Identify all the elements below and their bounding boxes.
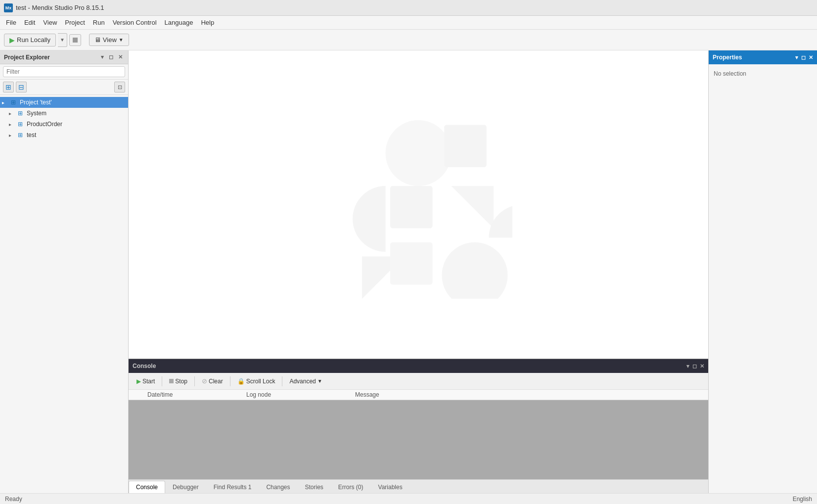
canvas-area xyxy=(129,50,708,359)
plus-icon: ⊞ xyxy=(5,83,11,91)
expand-icon-project: ▸ xyxy=(2,100,9,105)
col-icon-header xyxy=(133,391,147,398)
add-item-button[interactable]: ⊞ xyxy=(3,82,14,92)
productorder-icon: ⊞ xyxy=(16,120,25,129)
tab-console[interactable]: Console xyxy=(129,481,165,493)
props-header-controls: ▾ ◻ ✕ xyxy=(795,54,813,61)
menu-language[interactable]: Language xyxy=(161,17,197,28)
menu-view[interactable]: View xyxy=(39,17,61,28)
filter-input[interactable] xyxy=(3,66,125,77)
props-float-button[interactable]: ◻ xyxy=(801,54,806,61)
expand-icon-productorder: ▸ xyxy=(9,122,16,127)
console-header: Console ▾ ◻ ✕ xyxy=(129,359,708,373)
expand-icon-system: ▸ xyxy=(9,111,16,116)
console-content-area xyxy=(129,400,708,479)
play-icon: ▶ xyxy=(9,36,15,44)
panel-header-controls: ▾ ◻ ✕ xyxy=(99,53,124,61)
no-selection-text: No selection xyxy=(714,70,746,77)
project-explorer-panel: Project Explorer ▾ ◻ ✕ ⊞ ⊟ ⊡ ▸ xyxy=(0,50,129,493)
console-start-button[interactable]: ▶ Start xyxy=(133,376,159,386)
view-button[interactable]: 🖥 View ▼ xyxy=(89,34,129,46)
app-icon: Mx xyxy=(4,3,13,12)
properties-panel: Properties ▾ ◻ ✕ No selection xyxy=(708,50,817,493)
advanced-button[interactable]: Advanced ▼ xyxy=(285,376,326,386)
lock-icon: 🔒 xyxy=(237,378,245,385)
panel-pin-button[interactable]: ▾ xyxy=(99,53,105,61)
project-explorer-header: Project Explorer ▾ ◻ ✕ xyxy=(0,50,128,64)
menu-version-control[interactable]: Version Control xyxy=(109,17,161,28)
bottom-tabs: Console Debugger Find Results 1 Changes … xyxy=(129,479,708,493)
console-stop-button[interactable]: Stop xyxy=(165,376,191,386)
tree-item-test[interactable]: ▸ ⊞ test xyxy=(0,130,128,140)
sep3 xyxy=(230,376,230,386)
window-title: test - Mendix Studio Pro 8.15.1 xyxy=(16,4,104,11)
panel-filter-area xyxy=(0,64,128,80)
properties-title: Properties xyxy=(713,54,742,61)
tree-item-system[interactable]: ▸ ⊞ System xyxy=(0,108,128,119)
title-bar: Mx test - Mendix Studio Pro 8.15.1 xyxy=(0,0,817,16)
project-test-label: Project 'test' xyxy=(20,99,52,106)
props-close-button[interactable]: ✕ xyxy=(809,54,813,61)
remove-item-button[interactable]: ⊟ xyxy=(16,82,27,92)
col-message-header: Message xyxy=(355,391,704,398)
panel-float-button[interactable]: ◻ xyxy=(107,53,115,61)
run-locally-dropdown[interactable]: ▼ xyxy=(58,33,67,47)
mx-watermark xyxy=(324,111,512,299)
tab-find-results-1[interactable]: Find Results 1 xyxy=(206,481,259,493)
svg-rect-1 xyxy=(444,125,487,167)
system-label: System xyxy=(27,110,46,117)
toolbar: ▶ Run Locally ▼ 🖥 View ▼ xyxy=(0,30,817,50)
sep1 xyxy=(162,376,162,386)
panel-close-button[interactable]: ✕ xyxy=(117,53,124,61)
collapse-all-button[interactable]: ⊡ xyxy=(114,82,125,92)
clear-circle-icon: ⊘ xyxy=(202,377,207,385)
svg-point-0 xyxy=(386,120,452,186)
test-label: test xyxy=(27,132,36,138)
scroll-lock-button[interactable]: 🔒 Scroll Lock xyxy=(233,376,279,386)
console-table-header: Date/time Log node Message xyxy=(129,390,708,400)
menu-edit[interactable]: Edit xyxy=(20,17,39,28)
tab-debugger[interactable]: Debugger xyxy=(165,481,206,493)
tree-item-project-test[interactable]: ▸ ⊞ Project 'test' xyxy=(0,97,128,108)
collapse-icon: ⊡ xyxy=(118,84,122,91)
console-pin-button[interactable]: ▾ xyxy=(686,363,689,369)
advanced-chevron-icon: ▼ xyxy=(318,378,322,384)
console-close-button[interactable]: ✕ xyxy=(700,363,704,369)
properties-content: No selection xyxy=(709,64,817,83)
start-play-icon: ▶ xyxy=(136,378,141,385)
properties-header: Properties ▾ ◻ ✕ xyxy=(709,50,817,64)
project-icon: ⊞ xyxy=(9,98,18,107)
view-chevron-icon: ▼ xyxy=(119,37,124,43)
menu-file[interactable]: File xyxy=(2,17,20,28)
menu-help[interactable]: Help xyxy=(197,17,218,28)
col-datetime-header: Date/time xyxy=(147,391,246,398)
productorder-label: ProductOrder xyxy=(27,121,62,128)
tab-stories[interactable]: Stories xyxy=(298,481,331,493)
console-header-controls: ▾ ◻ ✕ xyxy=(686,363,704,369)
props-pin-button[interactable]: ▾ xyxy=(795,54,798,61)
menu-project[interactable]: Project xyxy=(61,17,89,28)
tree-item-productorder[interactable]: ▸ ⊞ ProductOrder xyxy=(0,119,128,130)
test-icon: ⊞ xyxy=(16,131,25,139)
status-ready: Ready xyxy=(5,496,22,503)
tab-errors[interactable]: Errors (0) xyxy=(331,481,371,493)
menu-run[interactable]: Run xyxy=(89,17,109,28)
svg-point-4 xyxy=(442,242,508,299)
minus-icon: ⊟ xyxy=(18,83,24,91)
center-area: Console ▾ ◻ ✕ ▶ Start Stop xyxy=(129,50,708,493)
status-bar: Ready English xyxy=(0,493,817,504)
stop-sq-icon xyxy=(169,379,174,383)
console-panel: Console ▾ ◻ ✕ ▶ Start Stop xyxy=(129,359,708,493)
tab-variables[interactable]: Variables xyxy=(371,481,410,493)
monitor-icon: 🖥 xyxy=(94,36,101,44)
col-lognode-header: Log node xyxy=(246,391,355,398)
stop-toolbar-button[interactable] xyxy=(69,34,81,46)
svg-rect-2 xyxy=(390,186,433,229)
console-clear-button[interactable]: ⊘ Clear xyxy=(198,376,227,386)
tab-changes[interactable]: Changes xyxy=(259,481,297,493)
panel-toolbar: ⊞ ⊟ ⊡ xyxy=(0,80,128,95)
run-locally-button[interactable]: ▶ Run Locally xyxy=(4,34,56,46)
chevron-down-icon: ▼ xyxy=(60,37,65,43)
console-float-button[interactable]: ◻ xyxy=(692,363,697,369)
system-icon: ⊞ xyxy=(16,109,25,118)
